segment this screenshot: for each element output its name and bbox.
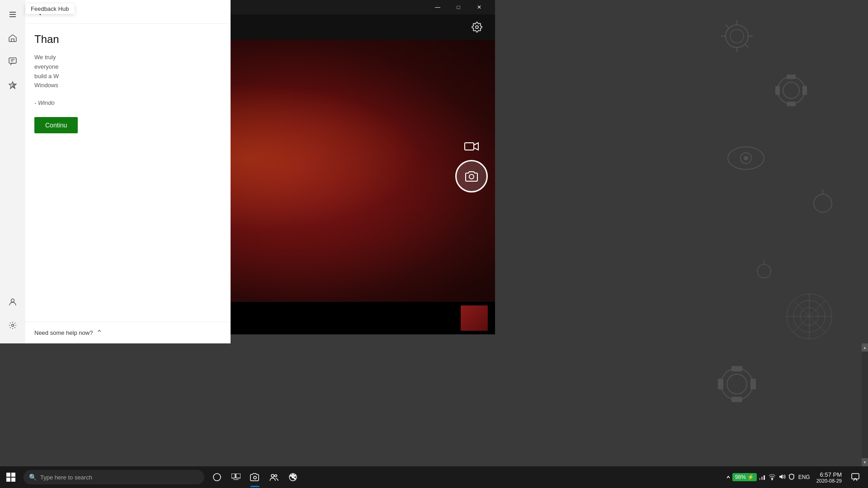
clock[interactable]: 6:57 PM 2020-08-29: [813, 471, 845, 483]
svg-rect-76: [852, 474, 859, 479]
svg-rect-31: [731, 397, 742, 402]
svg-rect-72: [759, 478, 760, 480]
taskbar-search-box[interactable]: 🔍 Type here to search: [24, 470, 204, 484]
svg-point-63: [254, 476, 256, 479]
svg-point-17: [814, 194, 832, 212]
svg-point-70: [294, 478, 296, 479]
sidebar-feedback-button[interactable]: [2, 51, 24, 72]
feedback-hub-signature: - Windo: [34, 99, 222, 106]
taskbar-app-icons: [208, 466, 302, 488]
cortana-button[interactable]: [208, 466, 226, 488]
clock-time: 6:57 PM: [820, 471, 842, 478]
feedback-hub-sidebar: [0, 0, 25, 343]
svg-rect-32: [718, 379, 723, 389]
svg-point-69: [294, 475, 296, 477]
feedback-hub-footer[interactable]: Need some help now? ⌃: [25, 322, 231, 343]
search-icon: 🔍: [29, 474, 37, 481]
battery-percent-text: 98%: [735, 474, 746, 480]
svg-point-28: [721, 368, 753, 400]
svg-rect-49: [9, 58, 16, 63]
svg-point-65: [275, 475, 277, 477]
svg-rect-44: [465, 143, 474, 150]
show-hidden-icons-button[interactable]: [725, 473, 731, 482]
feedback-hub-panel: Feedback Hub: [0, 0, 231, 343]
taskbar: 🔍 Type here to search: [0, 466, 868, 488]
search-placeholder-text: Type here to search: [40, 474, 92, 481]
sidebar-suggest-button[interactable]: [2, 74, 24, 96]
sidebar-home-button[interactable]: [2, 27, 24, 49]
scroll-down-button[interactable]: ▼: [862, 458, 868, 466]
svg-point-54: [12, 324, 14, 327]
svg-rect-13: [802, 86, 807, 95]
help-arrow-icon: ⌃: [96, 328, 102, 337]
svg-point-8: [778, 77, 805, 104]
sidebar-settings-button[interactable]: [2, 314, 24, 336]
close-button[interactable]: ✕: [469, 0, 490, 14]
taskbar-camera-app[interactable]: [246, 466, 264, 488]
svg-point-64: [271, 474, 274, 477]
svg-rect-57: [6, 478, 10, 482]
minimize-button[interactable]: —: [427, 0, 448, 14]
svg-point-45: [469, 174, 474, 179]
window-controls: — □ ✕: [427, 0, 490, 14]
help-text: Need some help now? ⌃: [34, 328, 222, 337]
notification-center-button[interactable]: [846, 466, 864, 488]
wallpaper-pattern: [710, 0, 868, 488]
scroll-track: [862, 352, 868, 458]
svg-rect-30: [731, 366, 742, 371]
video-mode-button[interactable]: [461, 138, 482, 155]
svg-rect-60: [231, 474, 235, 478]
sidebar-bottom-icons: [2, 291, 24, 343]
taskbar-paint-app[interactable]: [284, 466, 302, 488]
svg-rect-55: [6, 473, 10, 477]
svg-point-1: [730, 29, 744, 43]
start-button[interactable]: [0, 466, 22, 488]
svg-rect-10: [787, 75, 796, 79]
feedback-hub-body: We trulyeveryonebuild a WWindows: [34, 53, 222, 90]
svg-point-53: [11, 299, 14, 302]
feedback-hub-title: Than: [34, 33, 222, 46]
svg-rect-73: [761, 477, 763, 480]
svg-point-0: [726, 25, 748, 47]
sidebar-menu-button[interactable]: [2, 4, 24, 25]
battery-status[interactable]: 98% ⚡: [732, 473, 757, 481]
feedback-hub-content: Than We trulyeveryonebuild a WWindows - …: [25, 0, 231, 343]
maximize-button[interactable]: □: [448, 0, 469, 14]
svg-rect-33: [750, 379, 756, 389]
network-icon[interactable]: [758, 472, 767, 483]
desktop: 🗑️ Recycle Bin Ai Adobe Creat... W My Wa…: [0, 0, 868, 488]
scroll-up-button[interactable]: ▲: [862, 343, 868, 352]
task-view-button[interactable]: [227, 466, 245, 488]
vpn-icon[interactable]: [788, 473, 796, 482]
volume-icon[interactable]: [778, 472, 787, 483]
language-label[interactable]: ENG: [797, 474, 812, 480]
taskbar-people-app[interactable]: [265, 466, 283, 488]
svg-rect-58: [11, 478, 15, 482]
svg-point-9: [783, 82, 799, 99]
recent-photo-thumbnail[interactable]: [461, 305, 488, 331]
vertical-scrollbar[interactable]: ▲ ▼: [862, 343, 868, 466]
svg-line-7: [745, 44, 748, 47]
continue-button[interactable]: Continu: [34, 117, 78, 133]
svg-point-59: [213, 474, 221, 481]
charge-icon: ⚡: [747, 474, 754, 480]
feedback-hub-app-label: Feedback Hub: [25, 4, 75, 14]
svg-point-29: [727, 374, 747, 394]
capture-button[interactable]: [455, 160, 488, 192]
svg-rect-74: [764, 475, 765, 480]
svg-rect-61: [236, 474, 241, 478]
clock-date: 2020-08-29: [816, 478, 842, 483]
svg-point-67: [291, 475, 292, 477]
camera-toolbar-right: [468, 18, 486, 36]
svg-rect-56: [11, 473, 15, 477]
svg-point-16: [744, 156, 748, 160]
sidebar-account-button[interactable]: [2, 291, 24, 313]
svg-point-75: [772, 479, 773, 480]
wifi-icon[interactable]: [768, 472, 777, 483]
feedback-hub-main: Than We trulyeveryonebuild a WWindows - …: [25, 24, 231, 322]
svg-line-6: [726, 25, 729, 28]
svg-point-43: [476, 26, 478, 28]
taskbar-right-area: 98% ⚡: [725, 466, 868, 488]
camera-settings-button[interactable]: [468, 18, 486, 36]
svg-point-71: [292, 476, 294, 478]
